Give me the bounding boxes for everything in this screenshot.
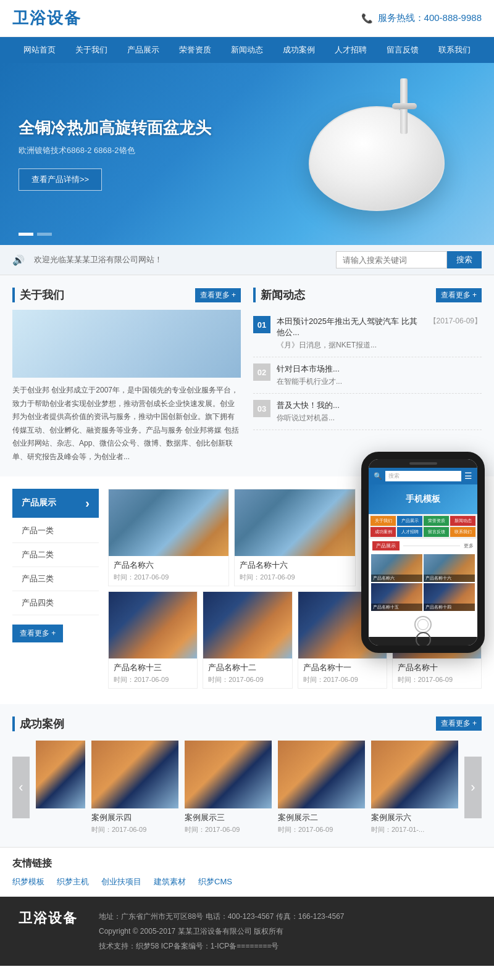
mobile-nav-btn[interactable]: 人才招聘	[397, 527, 422, 537]
sidebar-cat-4[interactable]: 产品四类	[12, 591, 99, 615]
sidebar-cat-2[interactable]: 产品二类	[12, 543, 99, 567]
product-card-name: 产品名称十	[398, 662, 476, 673]
mobile-nav-btn[interactable]: 成功案例	[371, 527, 396, 537]
products-sidebar-title: 产品展示	[22, 497, 56, 509]
news-header: 新闻动态 查看更多 +	[253, 288, 482, 302]
mobile-nav-btn[interactable]: 新闻动态	[450, 516, 475, 526]
sidebar-cat-1[interactable]: 产品一类	[12, 519, 99, 543]
case-card-name: 案例展示六	[371, 812, 458, 823]
nav-item-contact[interactable]: 联系我们	[429, 37, 480, 63]
mobile-content: 🔍 搜索 ☰ 手机模板 关于我们 产品展示 荣誉资质	[369, 468, 477, 612]
mobile-nav-btn[interactable]: 产品展示	[397, 516, 422, 526]
product-card[interactable]: 产品名称六 时间：2017-06-09	[108, 489, 229, 586]
hero-subtitle: 欧洲镀铬技术6868-2 6868-2铬色	[19, 145, 211, 156]
hotline-text: 服务热线：400-888-9988	[378, 12, 482, 24]
speaker-icon: 🔊	[12, 254, 25, 266]
hero-text: 全铜冷热加高旋转面盆龙头 欧洲镀铬技术6868-2 6868-2铬色 查看产品详…	[19, 117, 211, 191]
product-card-image	[203, 592, 291, 658]
nav-item-jobs[interactable]: 人才招聘	[325, 37, 377, 63]
link-item-4[interactable]: 建筑素材	[154, 876, 186, 887]
case-card[interactable]: 案例展示二 时间：2017-06-09	[278, 741, 365, 834]
search-bar: 🔊 欢迎光临某某某卫浴有限公司网站！ 搜索	[0, 245, 494, 275]
search-form: 搜索	[336, 251, 482, 268]
search-input[interactable]	[336, 251, 447, 268]
mobile-nav-btn[interactable]: 留言反馈	[424, 527, 449, 537]
product-card[interactable]: 产品名称十二 时间：2017-06-09	[203, 591, 292, 689]
product-card-name: 产品名称六	[114, 560, 224, 571]
about-title: 关于我们	[12, 288, 64, 302]
cases-more-btn[interactable]: 查看更多 +	[436, 716, 482, 731]
case-card[interactable]: 案例展示三 时间：2017-06-09	[185, 741, 272, 834]
mobile-nav-btn[interactable]: 荣誉资质	[424, 516, 449, 526]
search-button[interactable]: 搜索	[447, 251, 482, 268]
links-title: 友情链接	[12, 857, 482, 870]
case-card-partial[interactable]	[36, 741, 85, 834]
news-content: 针对日本市场推... 在智能手机行业才...	[277, 363, 482, 387]
product-card[interactable]: 产品名称十六 时间：2017-06-09	[234, 489, 355, 586]
mobile-product-item[interactable]: 产品名称十五	[371, 583, 422, 611]
mobile-product-item[interactable]: 产品名称十四	[424, 583, 475, 611]
case-card[interactable]: 案例展示六 时间：2017-01-...	[371, 741, 458, 834]
product-card-time: 时间：2017-06-09	[114, 573, 224, 582]
logo: 卫浴设备	[12, 7, 82, 29]
case-card[interactable]: 案例展示四 时间：2017-06-09	[91, 741, 178, 834]
products-sidebar: 产品展示 › 产品一类 产品二类 产品三类 产品四类 查看更多 +	[12, 489, 99, 689]
nav-item-home[interactable]: 网站首页	[14, 37, 65, 63]
sidebar-cat-3[interactable]: 产品三类	[12, 567, 99, 591]
news-item-desc: 在智能手机行业才...	[277, 376, 482, 387]
cases-section: 成功案例 查看更多 + ‹ 案例展示四 时间：2017-06-09 案例展示三 …	[0, 704, 494, 847]
mobile-nav-btn[interactable]: 联系我们	[450, 527, 475, 537]
news-item-title[interactable]: 本田预计2025年推出无人驾驶汽车 比其他公...	[277, 316, 423, 338]
cases-arrow-right[interactable]: ›	[464, 757, 482, 818]
nav-item-news[interactable]: 新闻动态	[221, 37, 273, 63]
nav-item-products[interactable]: 产品展示	[117, 37, 169, 63]
product-card[interactable]: 产品名称十三 时间：2017-06-09	[108, 591, 198, 689]
hero-dot-active[interactable]	[19, 233, 33, 236]
news-item-title[interactable]: 普及大快！我的...	[277, 400, 482, 411]
product-card-name: 产品名称十六	[240, 560, 350, 571]
news-more-btn[interactable]: 查看更多 +	[436, 288, 482, 302]
footer-line-2: Copyright © 2005-2017 某某卫浴设备有限公司 版权所有	[99, 924, 475, 939]
product-card-name: 产品名称十二	[208, 662, 287, 673]
about-image	[12, 310, 241, 378]
mobile-product-item[interactable]: 产品名称六	[371, 554, 422, 582]
link-item-3[interactable]: 创业扶项目	[101, 876, 141, 887]
mobile-products-title-badge: 产品展示	[372, 541, 400, 550]
nav-item-honor[interactable]: 荣誉资质	[169, 37, 221, 63]
product-card-image	[109, 592, 197, 658]
link-item-2[interactable]: 织梦主机	[57, 876, 89, 887]
mobile-products-more[interactable]: 更多	[464, 542, 474, 549]
nav-item-about[interactable]: 关于我们	[65, 37, 117, 63]
mobile-frame: 🔍 搜索 ☰ 手机模板 关于我们 产品展示 荣誉资质	[361, 452, 485, 653]
products-more-btn[interactable]: 查看更多 +	[12, 625, 63, 642]
link-item-1[interactable]: 织梦模板	[12, 876, 44, 887]
mobile-mockup: 🔍 搜索 ☰ 手机模板 关于我们 产品展示 荣誉资质	[361, 452, 491, 653]
link-item-5[interactable]: 织梦CMS	[198, 876, 232, 887]
news-content: 普及大快！我的... 你听说过对机器...	[277, 400, 482, 423]
cases-arrow-left[interactable]: ‹	[12, 757, 30, 818]
products-layout: 产品展示 › 产品一类 产品二类 产品三类 产品四类 查看更多 + 产品名称六 …	[12, 489, 482, 689]
product-card-name: 产品名称十三	[114, 662, 192, 673]
product-card-time: 时间：2017-06-09	[398, 675, 476, 684]
phone-icon: 📞	[361, 13, 373, 24]
news-section: 新闻动态 查看更多 + 01 本田预计2025年推出无人驾驶汽车 比其他公...…	[253, 288, 482, 464]
footer-line-1: 地址：广东省广州市无可区88号 电话：400-123-4567 传真：166-1…	[99, 909, 475, 924]
news-content: 本田预计2025年推出无人驾驶汽车 比其他公... 《月》日消息，据NKET报道…	[277, 316, 423, 351]
about-more-btn[interactable]: 查看更多 +	[195, 288, 241, 302]
news-item: 01 本田预计2025年推出无人驾驶汽车 比其他公... 《月》日消息，据NKE…	[253, 310, 482, 357]
hero-sink-illustration	[309, 75, 445, 211]
hero-indicators	[19, 233, 52, 236]
mobile-home-button[interactable]	[414, 616, 432, 633]
nav-item-cases[interactable]: 成功案例	[273, 37, 325, 63]
cases-carousel: ‹ 案例展示四 时间：2017-06-09 案例展示三 时间：2017-06-0…	[12, 741, 482, 834]
site-header: 卫浴设备 📞 服务热线：400-888-9988	[0, 0, 494, 37]
nav-item-feedback[interactable]: 留言反馈	[377, 37, 429, 63]
case-card-name: 案例展示三	[185, 812, 272, 823]
hero-cta-button[interactable]: 查看产品详情>>	[19, 168, 102, 191]
mobile-nav-btn[interactable]: 关于我们	[371, 516, 396, 526]
hero-banner: 全铜冷热加高旋转面盆龙头 欧洲镀铬技术6868-2 6868-2铬色 查看产品详…	[0, 63, 494, 245]
main-nav: 网站首页 关于我们 产品展示 荣誉资质 新闻动态 成功案例 人才招聘 留言反馈 …	[0, 37, 494, 63]
mobile-product-item[interactable]: 产品名称十六	[424, 554, 475, 582]
hero-dot-inactive[interactable]	[37, 233, 52, 236]
news-item-title[interactable]: 针对日本市场推...	[277, 363, 482, 375]
